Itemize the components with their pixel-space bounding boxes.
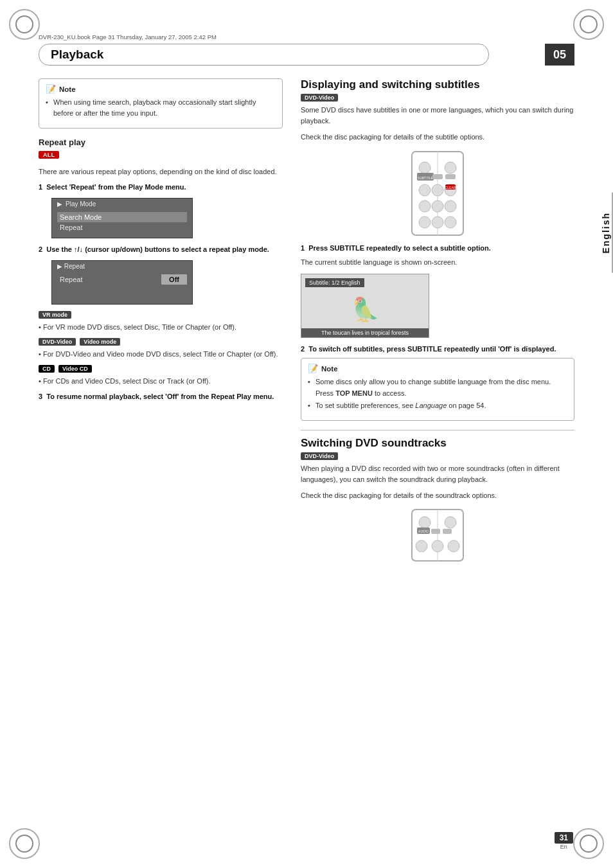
all-badge: ALL bbox=[39, 151, 59, 159]
page-en: En bbox=[560, 844, 567, 850]
repeat-label: Repeat bbox=[57, 274, 161, 285]
svg-text:AUDIO: AUDIO bbox=[418, 529, 429, 533]
repeat-badge-row: ALL bbox=[39, 151, 283, 163]
main-content: Playback 📝 Note When using time search, … bbox=[39, 44, 574, 829]
sub-step1-text: Press SUBTITLE repeatedly to select a su… bbox=[308, 244, 491, 252]
step3-text: To resume normal playback, select 'Off' … bbox=[46, 393, 274, 400]
header-bar: DVR-230_KU.book Page 31 Thursday, Januar… bbox=[39, 33, 574, 40]
note-box-subtitles: 📝 Note Some discs only allow you to chan… bbox=[301, 358, 574, 420]
bird-icon: 🦜 bbox=[351, 296, 380, 323]
repeat-play-section: Repeat play ALL There are various repeat… bbox=[39, 137, 283, 402]
svg-point-27 bbox=[416, 540, 427, 552]
svg-point-17 bbox=[432, 217, 443, 228]
svg-point-2 bbox=[419, 162, 431, 173]
step3-instruction: 3 To resume normal playback, select 'Off… bbox=[39, 392, 283, 402]
svg-point-15 bbox=[445, 200, 456, 212]
screen-titlebar-1: ▶ Play Mode bbox=[52, 199, 192, 209]
dvd-video-badge-row: DVD-Video Video mode bbox=[39, 338, 283, 346]
soundtracks-heading: Switching DVD soundtracks bbox=[301, 437, 574, 450]
cd-text: • For CDs and Video CDs, select Disc or … bbox=[39, 376, 283, 387]
step2-instruction: 2 Use the ↑/↓ (cursor up/down) buttons t… bbox=[39, 245, 283, 255]
svg-point-13 bbox=[419, 200, 431, 212]
file-info: DVR-230_KU.book Page 31 Thursday, Januar… bbox=[39, 33, 217, 40]
corner-decoration-br bbox=[573, 828, 604, 859]
note-sub-bullet-1: Some discs only allow you to change subt… bbox=[308, 376, 567, 398]
sub-step1-sub: The current subtitle language is shown o… bbox=[301, 257, 574, 268]
dvd-video-text: • For DVD-Video and Video mode DVD discs… bbox=[39, 349, 283, 360]
svg-point-3 bbox=[445, 162, 456, 173]
corner-decoration-tr bbox=[573, 9, 604, 40]
page-title-bar: Playback bbox=[39, 44, 489, 66]
subtitles-badge-row: DVD-Video bbox=[301, 94, 574, 102]
screen-row-repeat: Repeat bbox=[57, 222, 187, 233]
svg-point-8 bbox=[419, 184, 431, 196]
vr-badge-row: VR mode bbox=[39, 311, 283, 319]
svg-point-9 bbox=[432, 184, 443, 196]
subtitles-section: Displaying and switching subtitles DVD-V… bbox=[301, 78, 574, 564]
step3-num: 3 bbox=[39, 393, 42, 400]
note-icon-sub: 📝 bbox=[308, 364, 318, 373]
note-header: 📝 Note bbox=[46, 84, 276, 94]
soundtracks-section: Switching DVD soundtracks DVD-Video When… bbox=[301, 437, 574, 565]
note-bullet-list-sub: Some discs only allow you to change subt… bbox=[308, 376, 567, 411]
screen-title-1: Play Mode bbox=[66, 200, 96, 208]
repeat-screen-title: ▶ Repeat bbox=[52, 261, 192, 272]
repeat-title-text: Repeat bbox=[64, 263, 85, 270]
dvd-video-badge-sub: DVD-Video bbox=[301, 94, 338, 102]
cd-body: For CDs and Video CDs, select Disc or Tr… bbox=[43, 377, 211, 385]
page-title: Playback bbox=[51, 48, 103, 62]
subtitles-heading: Displaying and switching subtitles bbox=[301, 78, 574, 91]
svg-point-28 bbox=[432, 540, 443, 552]
audio-remote-svg: AUDIO bbox=[405, 506, 470, 564]
subtitles-intro2: Check the disc packaging for details of … bbox=[301, 132, 574, 143]
subtitle-bar: Subtitle: 1/2 English bbox=[305, 278, 364, 287]
cd-badge: CD bbox=[39, 365, 55, 373]
soundtracks-badge-row: DVD-Video bbox=[301, 452, 574, 460]
repeat-title-icon: ▶ bbox=[57, 263, 62, 270]
audio-remote-image: AUDIO bbox=[301, 506, 574, 564]
subtitle-screen-mock: Subtitle: 1/2 English 🦜 The toucan lives… bbox=[301, 274, 429, 338]
note-sub-bullet-2: To set subtitle preferences, see Languag… bbox=[308, 400, 567, 411]
two-column-layout: 📝 Note When using time search, playback … bbox=[39, 78, 574, 569]
repeat-screen-body: Repeat Off bbox=[52, 272, 192, 304]
svg-point-18 bbox=[445, 217, 456, 228]
note-bullet-1: When using time search, playback may occ… bbox=[46, 97, 276, 119]
vr-mode-badge: VR mode bbox=[39, 311, 71, 319]
repeat-play-heading: Repeat play bbox=[39, 137, 283, 147]
note-box-top: 📝 Note When using time search, playback … bbox=[39, 78, 283, 128]
soundtracks-intro2: Check the disc packaging for details of … bbox=[301, 490, 574, 501]
screen-body-1: Search Mode Repeat bbox=[52, 209, 192, 238]
note-icon: 📝 bbox=[46, 84, 56, 94]
sub-step1-instruction: 1 Press SUBTITLE repeatedly to select a … bbox=[301, 244, 574, 254]
dvd-video-badge: DVD-Video bbox=[39, 338, 76, 346]
play-mode-screen: ▶ Play Mode Search Mode Repeat bbox=[51, 198, 193, 238]
vertical-language-label: English bbox=[599, 193, 613, 273]
svg-rect-7 bbox=[445, 174, 456, 179]
svg-point-21 bbox=[419, 517, 431, 528]
note-label: Note bbox=[59, 85, 76, 93]
remote-svg: SUBTITLE CLEAR bbox=[405, 148, 470, 238]
corner-decoration-tl bbox=[9, 9, 40, 40]
svg-point-22 bbox=[445, 517, 456, 528]
note-header-sub: 📝 Note bbox=[308, 364, 567, 373]
svg-point-14 bbox=[432, 200, 443, 212]
sub-step2-instruction: 2 To switch off subtitles, press SUBTITL… bbox=[301, 344, 574, 355]
dvd-video-body: For DVD-Video and Video mode DVD discs, … bbox=[43, 350, 278, 358]
repeat-screen: ▶ Repeat Repeat Off bbox=[51, 260, 193, 305]
page-number: 31 bbox=[555, 832, 573, 844]
step2-num: 2 bbox=[39, 245, 42, 253]
step1-num: 1 bbox=[39, 183, 42, 191]
repeat-value: Off bbox=[161, 274, 187, 285]
subtitles-intro1: Some DVD discs have subtitles in one or … bbox=[301, 105, 574, 127]
soundtracks-intro1: When playing a DVD disc recorded with tw… bbox=[301, 463, 574, 485]
video-mode-badge: Video mode bbox=[80, 338, 120, 346]
cd-badge-row: CD Video CD bbox=[39, 365, 283, 373]
corner-decoration-bl bbox=[9, 828, 40, 859]
section-divider bbox=[301, 430, 574, 430]
svg-point-16 bbox=[419, 217, 431, 228]
svg-rect-6 bbox=[432, 174, 443, 179]
svg-rect-26 bbox=[443, 529, 452, 534]
right-column: Displaying and switching subtitles DVD-V… bbox=[301, 78, 574, 569]
svg-rect-25 bbox=[431, 529, 440, 534]
sub-step2-text: To switch off subtitles, press SUBTITLE … bbox=[308, 345, 556, 353]
